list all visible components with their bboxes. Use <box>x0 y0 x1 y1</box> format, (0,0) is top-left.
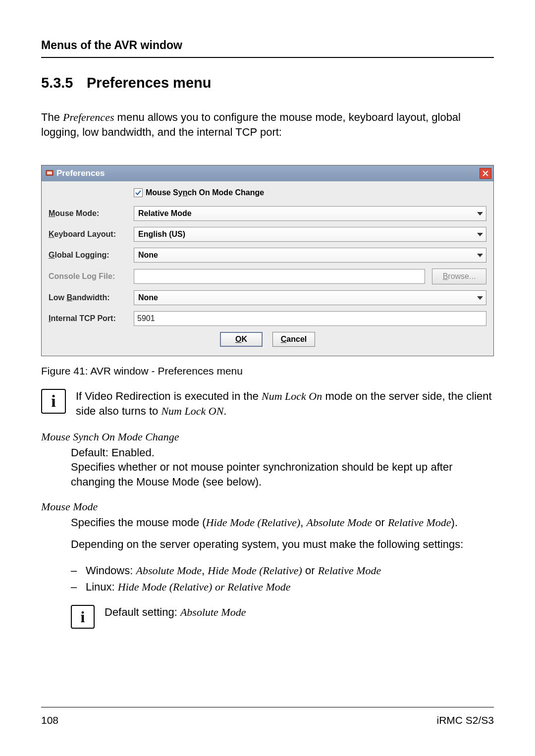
keyboard-layout-combo[interactable]: English (US) <box>134 227 486 242</box>
low-bandwidth-combo[interactable]: None <box>134 290 486 305</box>
dialog-title: Preferences <box>56 168 105 178</box>
app-icon <box>46 169 54 177</box>
chevron-down-icon <box>477 233 483 236</box>
titlebar[interactable]: Preferences <box>42 165 493 181</box>
global-logging-label: Global Logging: <box>49 251 134 260</box>
page-footer: 108 iRMC S2/S3 <box>41 707 494 726</box>
console-log-file-field <box>134 269 425 284</box>
intro-paragraph: The Preferences menu allows you to confi… <box>41 110 494 139</box>
internal-tcp-port-label: Internal TCP Port: <box>49 314 134 323</box>
header-rule <box>41 57 494 58</box>
low-bandwidth-label: Low Bandwidth: <box>49 293 134 302</box>
page-header: Menus of the AVR window <box>41 39 494 52</box>
console-log-file-label: Console Log File: <box>49 272 134 281</box>
note-num-lock: If Video Redirection is executed in the … <box>76 389 494 418</box>
internal-tcp-port-field[interactable]: 5901 <box>134 311 486 326</box>
param-mouse-sync-heading: Mouse Synch On Mode Change <box>41 431 494 443</box>
keyboard-layout-label: Keyboard Layout: <box>49 230 134 239</box>
doc-id: iRMC S2/S3 <box>436 714 494 726</box>
ok-button[interactable]: OK <box>220 332 263 347</box>
global-logging-combo[interactable]: None <box>134 248 486 263</box>
default-setting-text: Default setting: Absolute Mode <box>105 605 494 620</box>
param-mouse-mode-heading: Mouse Mode <box>41 500 494 513</box>
chevron-down-icon <box>477 212 483 216</box>
svg-rect-1 <box>47 171 52 174</box>
section-title-text: Preferences menu <box>87 75 211 91</box>
figure-caption: Figure 41: AVR window - Preferences menu <box>41 365 494 377</box>
os-settings-list: Windows: Absolute Mode, Hide Mode (Relat… <box>71 562 494 595</box>
browse-button: Browse... <box>432 269 486 284</box>
param-mouse-sync-body: Default: Enabled. Specifies whether or n… <box>71 445 494 489</box>
param-mouse-mode-body1: Specifies the mouse mode (Hide Mode (Rel… <box>71 515 494 551</box>
section-number: 5.3.5 <box>41 75 87 91</box>
cancel-button[interactable]: Cancel <box>272 332 315 347</box>
preferences-dialog: Preferences Mouse Synch On Mode Change M… <box>41 165 494 356</box>
mouse-sync-label: Mouse Synch On Mode Change <box>146 188 264 197</box>
chevron-down-icon <box>477 296 483 300</box>
page-number: 108 <box>41 714 58 726</box>
chevron-down-icon <box>477 254 483 257</box>
list-item: Windows: Absolute Mode, Hide Mode (Relat… <box>71 562 494 579</box>
mouse-mode-label: Mouse Mode: <box>49 209 134 218</box>
info-icon: i <box>71 605 95 629</box>
list-item: Linux: Hide Mode (Relative) or Relative … <box>71 579 494 595</box>
info-icon: i <box>41 389 66 414</box>
mouse-sync-checkbox[interactable] <box>134 188 143 197</box>
close-button[interactable] <box>480 168 491 179</box>
mouse-mode-combo[interactable]: Relative Mode <box>134 206 486 221</box>
section-heading: 5.3.5Preferences menu <box>41 75 494 91</box>
